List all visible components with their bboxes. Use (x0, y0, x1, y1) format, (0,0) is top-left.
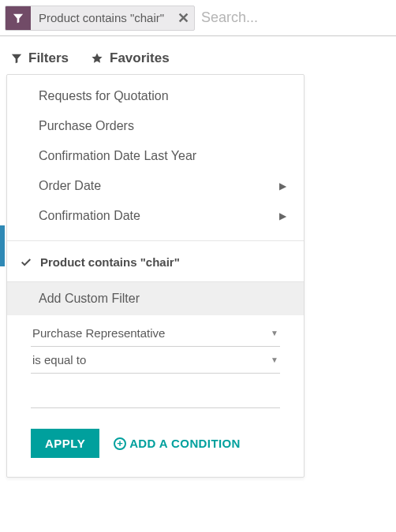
chevron-right-icon: ▶ (279, 180, 286, 192)
filters-button[interactable]: Filters (11, 50, 69, 66)
filter-options-list: Requests for Quotation Purchase Orders C… (7, 75, 304, 237)
search-facet: Product contains "chair" ✕ (5, 6, 195, 31)
plus-icon: + (114, 437, 126, 450)
search-bar: Product contains "chair" ✕ (0, 0, 396, 36)
filter-toolbar: Filters Favorites (0, 36, 396, 74)
filter-option[interactable]: Requests for Quotation (7, 81, 304, 111)
favorites-button[interactable]: Favorites (91, 50, 170, 66)
caret-down-icon: ▼ (271, 355, 278, 364)
caret-down-icon: ▼ (271, 329, 278, 337)
field-select[interactable]: Purchase Representative ▼ (31, 320, 280, 347)
custom-filter-body: Purchase Representative ▼ is equal to ▼ … (7, 315, 304, 477)
filter-option-label: Order Date (39, 179, 101, 193)
custom-filter-actions: APPLY + ADD A CONDITION (31, 429, 280, 458)
filter-option[interactable]: Order Date ▶ (7, 171, 304, 201)
filter-option-label: Purchase Orders (39, 119, 134, 133)
apply-button[interactable]: APPLY (31, 429, 99, 458)
add-condition-button[interactable]: + ADD A CONDITION (114, 437, 241, 450)
filter-icon (6, 6, 31, 30)
filters-dropdown: Requests for Quotation Purchase Orders C… (6, 74, 304, 478)
filter-option[interactable]: Purchase Orders (7, 111, 304, 141)
add-custom-filter-header[interactable]: Add Custom Filter (7, 281, 304, 315)
filters-dropdown-wrap: Requests for Quotation Purchase Orders C… (0, 74, 396, 478)
value-input[interactable] (31, 385, 280, 408)
filter-option[interactable]: Confirmation Date ▶ (7, 201, 304, 231)
operator-select[interactable]: is equal to ▼ (31, 347, 280, 374)
filter-option-label: Requests for Quotation (39, 89, 169, 103)
add-custom-filter-label: Add Custom Filter (39, 292, 140, 305)
search-input[interactable] (201, 9, 391, 26)
chevron-right-icon: ▶ (279, 210, 286, 221)
favorites-button-label: Favorites (110, 50, 170, 66)
check-icon (20, 256, 32, 269)
filter-option[interactable]: Confirmation Date Last Year (7, 141, 304, 171)
selection-accent (0, 225, 5, 266)
filters-button-label: Filters (28, 50, 69, 66)
active-filter-label: Product contains "chair" (40, 255, 180, 269)
filter-option-label: Confirmation Date (39, 209, 140, 223)
operator-select-value: is equal to (32, 353, 86, 366)
facet-remove-icon[interactable]: ✕ (172, 6, 194, 30)
field-select-value: Purchase Representative (32, 326, 165, 340)
filter-option-label: Confirmation Date Last Year (39, 149, 196, 163)
add-condition-label: ADD A CONDITION (129, 437, 241, 450)
active-filter-row[interactable]: Product contains "chair" (7, 244, 304, 280)
search-facet-label: Product contains "chair" (31, 6, 172, 30)
separator (7, 240, 304, 241)
